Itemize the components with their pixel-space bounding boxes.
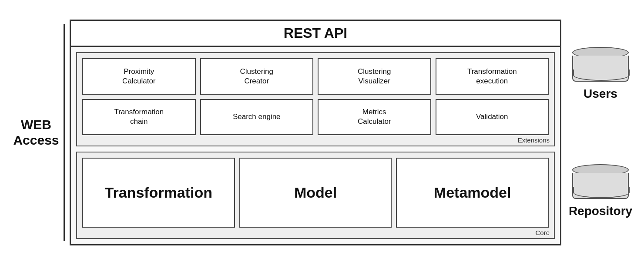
web-access-label: WEBAccess — [13, 117, 59, 148]
users-cylinder-body — [572, 56, 629, 82]
ext-transformation-chain: Transformationchain — [82, 99, 196, 136]
core-section: Transformation Model Metamodel Core — [76, 152, 555, 239]
users-db-label: Users — [584, 87, 617, 101]
ext-search-engine: Search engine — [200, 99, 314, 136]
repository-cylinder-body — [572, 173, 629, 199]
rest-api-header: REST API — [71, 21, 560, 47]
users-cylinder — [572, 47, 629, 82]
databases-panel: Users Repository — [566, 20, 635, 245]
core-grid: Transformation Model Metamodel — [82, 158, 549, 228]
ext-transformation-execution: Transformationexecution — [436, 58, 549, 95]
main-architecture-box: REST API ProximityCalculator ClusteringC… — [70, 20, 561, 245]
ext-validation: Validation — [436, 99, 549, 136]
ext-metrics-calculator: MetricsCalculator — [318, 99, 431, 136]
repository-db-label: Repository — [569, 204, 632, 218]
ext-clustering-visualizer: ClusteringVisualizer — [318, 58, 431, 95]
extensions-section: ProximityCalculator ClusteringCreator Cl… — [76, 52, 555, 146]
core-label: Core — [535, 229, 550, 236]
extensions-label: Extensions — [518, 136, 550, 144]
architecture-diagram: WEBAccess REST API ProximityCalculator C… — [9, 7, 635, 258]
repository-cylinder-bottom — [573, 187, 630, 198]
core-transformation: Transformation — [82, 158, 235, 228]
ext-clustering-creator: ClusteringCreator — [200, 58, 314, 95]
users-db-container: Users — [572, 47, 629, 101]
repository-db-container: Repository — [569, 164, 632, 218]
extensions-grid: ProximityCalculator ClusteringCreator Cl… — [82, 58, 549, 135]
core-model: Model — [239, 158, 392, 228]
ext-proximity-calculator: ProximityCalculator — [82, 58, 196, 95]
web-access-panel: WEBAccess — [9, 24, 65, 241]
core-metamodel: Metamodel — [396, 158, 549, 228]
users-cylinder-bottom — [573, 70, 630, 81]
repository-cylinder — [572, 164, 629, 199]
content-area: ProximityCalculator ClusteringCreator Cl… — [71, 47, 560, 244]
